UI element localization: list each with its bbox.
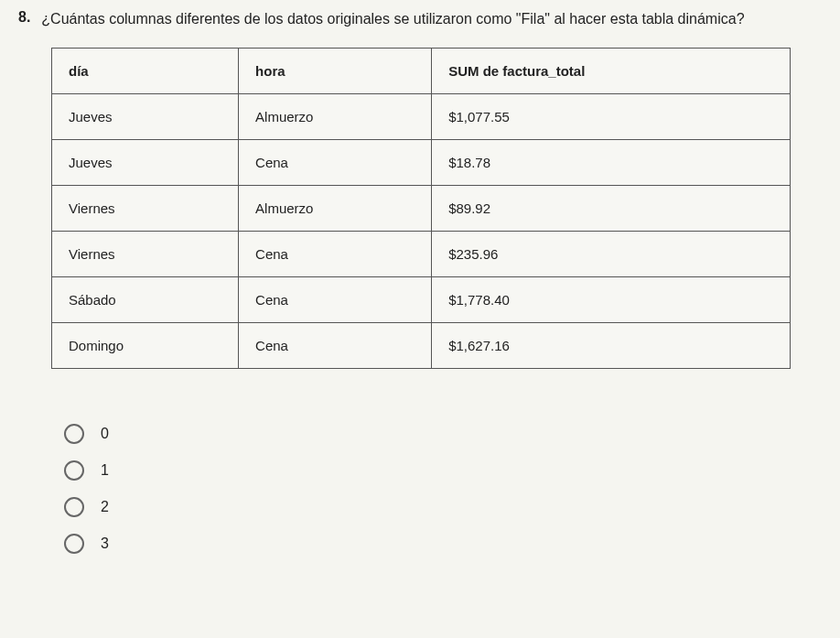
option-2[interactable]: 2 <box>64 497 822 517</box>
table-header-row: día hora SUM de factura_total <box>52 49 791 94</box>
radio-icon[interactable] <box>64 460 84 481</box>
option-1[interactable]: 1 <box>64 460 822 481</box>
question-number: 8. <box>18 9 30 26</box>
question-header: 8. ¿Cuántas columnas diferentes de los d… <box>18 9 822 29</box>
cell-hora: Cena <box>239 323 432 369</box>
cell-sum: $235.96 <box>432 232 791 277</box>
cell-hora: Cena <box>239 140 432 186</box>
cell-dia: Jueves <box>52 94 239 140</box>
table-row: Viernes Cena $235.96 <box>52 232 791 277</box>
cell-hora: Cena <box>239 232 432 277</box>
cell-sum: $89.92 <box>432 186 791 232</box>
cell-hora: Almuerzo <box>239 186 432 232</box>
cell-dia: Sábado <box>52 277 239 323</box>
cell-hora: Cena <box>239 277 432 323</box>
cell-dia: Viernes <box>52 186 239 232</box>
option-0[interactable]: 0 <box>64 424 822 444</box>
option-label: 2 <box>101 499 109 515</box>
question-text: ¿Cuántas columnas diferentes de los dato… <box>41 9 744 29</box>
answer-options: 0 1 2 3 <box>64 424 822 554</box>
pivot-table: día hora SUM de factura_total Jueves Alm… <box>51 48 791 369</box>
header-sum: SUM de factura_total <box>432 49 791 94</box>
cell-sum: $18.78 <box>432 140 791 186</box>
cell-sum: $1,627.16 <box>432 323 791 369</box>
cell-dia: Domingo <box>52 323 239 369</box>
header-dia: día <box>52 49 239 94</box>
cell-sum: $1,077.55 <box>432 94 791 140</box>
cell-dia: Jueves <box>52 140 239 186</box>
table-row: Jueves Almuerzo $1,077.55 <box>52 94 791 140</box>
table-row: Viernes Almuerzo $89.92 <box>52 186 791 232</box>
option-label: 0 <box>101 426 109 442</box>
radio-icon[interactable] <box>64 497 84 517</box>
radio-icon[interactable] <box>64 424 84 444</box>
table-row: Jueves Cena $18.78 <box>52 140 791 186</box>
cell-hora: Almuerzo <box>239 94 432 140</box>
table-row: Sábado Cena $1,778.40 <box>52 277 791 323</box>
option-label: 3 <box>101 535 109 552</box>
header-hora: hora <box>239 49 432 94</box>
option-label: 1 <box>101 462 109 479</box>
table-row: Domingo Cena $1,627.16 <box>52 323 791 369</box>
radio-icon[interactable] <box>64 534 84 554</box>
cell-sum: $1,778.40 <box>432 277 791 323</box>
option-3[interactable]: 3 <box>64 534 822 554</box>
cell-dia: Viernes <box>52 232 239 277</box>
